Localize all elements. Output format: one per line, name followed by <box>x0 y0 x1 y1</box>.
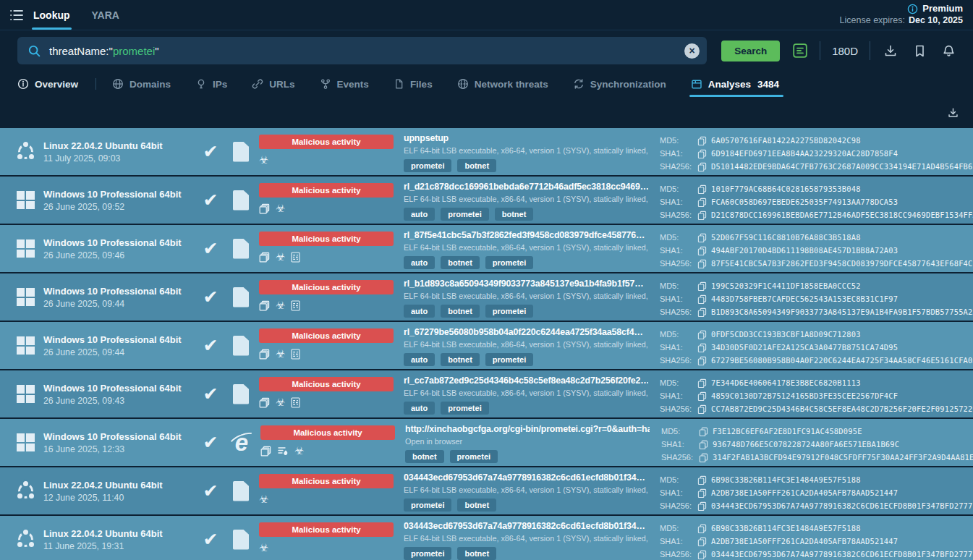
sha256-value[interactable]: CC7AB872ED9C25D4346B4C58C5EF8EA48C2D7B25… <box>711 404 973 413</box>
copy-icon[interactable] <box>697 488 707 498</box>
analysis-row[interactable]: Windows 10 Professional 64bit26 June 202… <box>0 370 973 417</box>
verdict-badge[interactable]: Malicious activity <box>259 232 394 246</box>
tag-chip[interactable]: prometei <box>404 547 451 560</box>
sample-title[interactable]: upnpsetup <box>404 133 648 143</box>
sha1-value[interactable]: A2DB738E1A50FFF261CA2DA405AFB78AAD521447 <box>711 488 898 497</box>
tag-chip[interactable]: prometei <box>404 499 451 512</box>
md5-value[interactable]: 0FDF5CDD3CC193B3CBF1A8D09C712803 <box>711 330 861 339</box>
tab-ips[interactable]: IPs <box>195 71 227 97</box>
tag-chip[interactable]: botnet <box>457 159 496 172</box>
copy-icon[interactable] <box>697 281 707 291</box>
copy-icon[interactable] <box>697 356 707 365</box>
tag-chip[interactable]: botnet <box>441 305 480 318</box>
copy-icon[interactable] <box>697 184 707 194</box>
sample-title[interactable]: rl_67279be56080b958b04a0f220c6244ea4725f… <box>404 327 648 337</box>
tag-chip[interactable]: botnet <box>495 208 534 221</box>
tag-chip[interactable]: prometei <box>485 353 533 366</box>
tag-chip[interactable]: prometei <box>450 450 498 463</box>
analysis-row[interactable]: Windows 10 Professional 64bit26 June 202… <box>0 322 973 369</box>
copy-icon[interactable] <box>697 391 707 401</box>
report-icon[interactable] <box>789 39 811 62</box>
export-download-icon[interactable] <box>941 101 964 124</box>
sample-title[interactable]: rl_b1d893c8a65094349f9033773a845137e9a1b… <box>404 279 648 289</box>
top-tab-lookup[interactable]: Lookup <box>33 0 70 30</box>
analysis-row[interactable]: Linux 22.04.2 Ubuntu 64bit11 June 2025, … <box>0 516 973 560</box>
copy-icon[interactable] <box>697 330 707 339</box>
time-range-selector[interactable]: 180D <box>829 45 861 57</box>
copy-icon[interactable] <box>697 246 707 255</box>
tag-chip[interactable]: prometei <box>485 305 533 318</box>
verdict-badge[interactable]: Malicious activity <box>259 328 394 343</box>
copy-icon[interactable] <box>699 440 708 449</box>
clear-search-button[interactable]: × <box>684 43 700 59</box>
verdict-badge[interactable]: Malicious activity <box>259 522 394 537</box>
sample-title[interactable]: 034443ecd67953d67a74a9778916382c6cd61ecf… <box>404 521 648 531</box>
tag-chip[interactable]: botnet <box>457 499 496 512</box>
sha256-value[interactable]: 67279BE56080B958B04A0F220C6244EA4725F34A… <box>711 356 973 365</box>
md5-value[interactable]: 199C520329F1C4411DF1858EBA0CCC52 <box>711 281 861 290</box>
analysis-row[interactable]: Linux 22.04.2 Ubuntu 64bit12 June 2025, … <box>0 467 973 514</box>
tab-analyses[interactable]: Analyses3484 <box>691 71 779 97</box>
tag-chip[interactable]: auto <box>404 402 435 415</box>
tab-network-threats[interactable]: Network threats <box>457 71 548 97</box>
top-tab-yara[interactable]: YARA <box>92 0 119 30</box>
copy-icon[interactable] <box>697 259 707 268</box>
sha256-value[interactable]: 87F5E41CBC5A7B3F2862FED3F9458CD083979DFC… <box>711 259 973 268</box>
menu-list-icon[interactable] <box>0 0 33 30</box>
sha1-value[interactable]: 4859C0130D72B75124165BD3FE35CEE2567DF4CF <box>711 391 898 400</box>
copy-icon[interactable] <box>697 149 707 158</box>
tab-overview[interactable]: Overview <box>17 71 78 97</box>
download-icon[interactable] <box>879 39 902 62</box>
md5-value[interactable]: F3E12BC6EF6AF2E8D1FC91AC458D095E <box>713 427 862 436</box>
analysis-row[interactable]: Windows 10 Professional 64bit26 June 202… <box>0 177 973 224</box>
verdict-badge[interactable]: Malicious activity <box>259 135 394 149</box>
bookmark-icon[interactable] <box>908 39 931 62</box>
copy-icon[interactable] <box>697 343 707 352</box>
tag-chip[interactable]: auto <box>404 256 435 269</box>
analysis-row[interactable]: Windows 10 Professional 64bit16 June 202… <box>0 419 973 466</box>
analysis-row[interactable]: Linux 22.04.2 Ubuntu 64bit11 July 2025, … <box>0 128 973 175</box>
sample-title[interactable]: 034443ecd67953d67a74a9778916382c6cd61ecf… <box>404 472 648 483</box>
tab-events[interactable]: Events <box>320 71 369 97</box>
copy-icon[interactable] <box>697 537 707 546</box>
tag-chip[interactable]: botnet <box>457 547 496 560</box>
bell-icon[interactable] <box>937 39 960 62</box>
tab-urls[interactable]: URLs <box>252 71 294 97</box>
tab-domains[interactable]: Domains <box>112 71 171 97</box>
verdict-badge[interactable]: Malicious activity <box>259 474 394 488</box>
md5-value[interactable]: 1010F779AC68B64C028165879353B048 <box>711 184 861 193</box>
md5-value[interactable]: 52D067F59C116C8810B76A88C3B518A8 <box>711 233 861 242</box>
tag-chip[interactable]: botnet <box>441 256 480 269</box>
sha1-value[interactable]: A2DB738E1A50FFF261CA2DA405AFB78AAD521447 <box>711 537 898 546</box>
tag-chip[interactable]: prometei <box>485 256 533 269</box>
tag-chip[interactable]: auto <box>404 353 435 366</box>
search-query[interactable]: threatName:"prometei" <box>49 45 676 57</box>
sha1-value[interactable]: FCA60C058D697EBEDE625035F74913AA778DCA53 <box>711 198 898 206</box>
tab-files[interactable]: Files <box>394 71 433 97</box>
sha1-value[interactable]: 494ABF20170D4BD611198B08AE457D1BB8A72A03 <box>711 246 898 255</box>
copy-icon[interactable] <box>697 501 707 511</box>
md5-value[interactable]: 6B98C33B26B114FC3E1484A9E57F5188 <box>711 524 861 533</box>
copy-icon[interactable] <box>697 211 707 220</box>
tag-chip[interactable]: prometei <box>441 402 488 415</box>
sha1-value[interactable]: 34D30D5F0D21AFE2A125CA3A0477B8751CA74D95 <box>711 343 898 352</box>
sample-title[interactable]: rl_cc7ab872ed9c25d4346b4c58c5ef8ea48c2d7… <box>404 376 648 386</box>
copy-icon[interactable] <box>697 378 707 388</box>
tag-chip[interactable]: auto <box>404 208 435 221</box>
copy-icon[interactable] <box>697 294 707 304</box>
copy-icon[interactable] <box>697 404 707 414</box>
sha256-value[interactable]: D51014482EDE9BDA64C7FB7763C2687A009CC334… <box>711 162 973 171</box>
copy-icon[interactable] <box>697 524 707 533</box>
sample-title[interactable]: rl_d21c878dcc169961bebda6e7712b46adf5ec3… <box>404 182 648 192</box>
copy-icon[interactable] <box>697 550 707 559</box>
copy-icon[interactable] <box>699 453 708 462</box>
verdict-badge[interactable]: Malicious activity <box>259 183 394 198</box>
copy-icon[interactable] <box>697 136 707 145</box>
tag-chip[interactable]: auto <box>404 305 435 318</box>
tab-synchronization[interactable]: Synchronization <box>573 71 666 97</box>
sha256-value[interactable]: D21C878DCC169961BEBDA6E7712B46ADF5EC3818… <box>711 211 973 219</box>
copy-icon[interactable] <box>697 475 707 485</box>
search-button[interactable]: Search <box>721 41 780 61</box>
copy-icon[interactable] <box>697 307 707 317</box>
copy-icon[interactable] <box>697 198 707 207</box>
